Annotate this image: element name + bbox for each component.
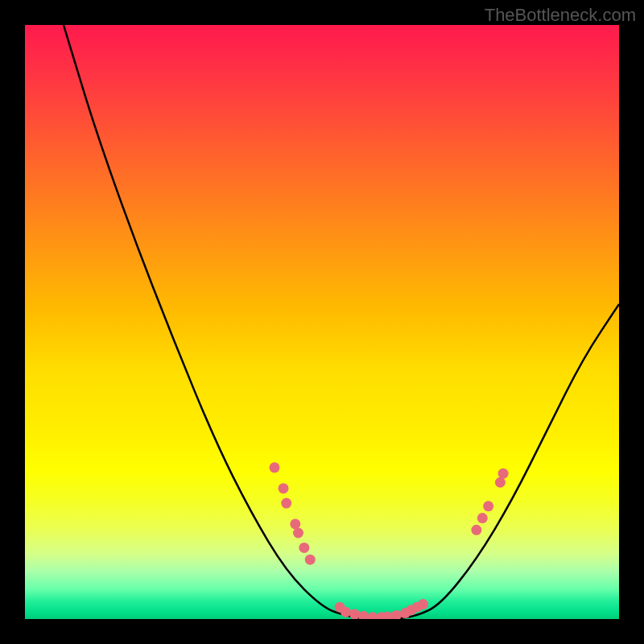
watermark-text: TheBottleneck.com <box>485 5 636 26</box>
data-marker <box>498 469 509 479</box>
data-marker <box>367 612 378 619</box>
data-marker <box>391 610 402 619</box>
data-marker <box>281 498 291 509</box>
data-marker <box>495 477 506 488</box>
chart-svg <box>25 25 619 619</box>
data-marker <box>418 599 428 609</box>
data-marker <box>341 607 351 617</box>
data-marker <box>293 527 303 538</box>
data-marker <box>358 611 369 619</box>
data-marker <box>471 525 481 535</box>
chart-container: TheBottleneck.com <box>0 0 644 644</box>
data-marker <box>349 609 360 619</box>
data-marker <box>305 555 316 565</box>
data-marker <box>279 483 289 493</box>
data-marker <box>483 501 493 511</box>
bottleneck-curve <box>64 25 619 619</box>
data-marker <box>269 462 279 473</box>
data-marker <box>477 513 488 523</box>
curve-line <box>64 25 619 619</box>
data-markers <box>269 462 508 619</box>
data-marker <box>299 543 309 553</box>
data-marker <box>290 518 300 529</box>
